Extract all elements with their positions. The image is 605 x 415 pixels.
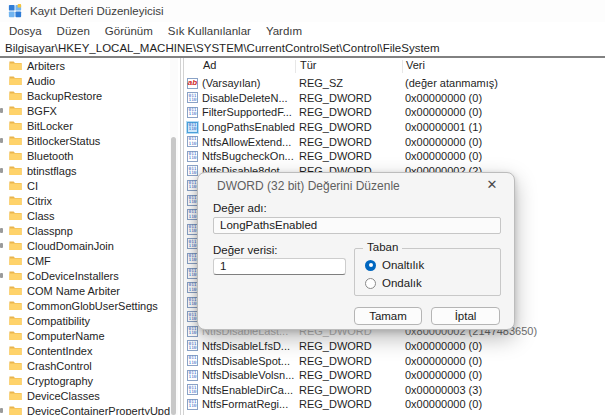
value-type: REG_DWORD xyxy=(299,150,405,162)
registry-value-row[interactable]: NtfsAllowExtend... REG_DWORD 0x00000000 … xyxy=(186,134,605,149)
value-type: REG_DWORD xyxy=(299,369,405,381)
value-data-input[interactable]: 1 xyxy=(213,258,346,275)
value-data: 0x00000001 (1) xyxy=(405,121,605,133)
tree-item[interactable]: BackupRestore xyxy=(0,88,170,103)
registry-value-row[interactable]: DisableDeleteN... REG_DWORD 0x00000000 (… xyxy=(186,91,605,106)
value-name: NtfsDisableSpot... xyxy=(202,355,299,367)
value-type: REG_DWORD xyxy=(299,340,405,352)
registry-value-row[interactable]: NtfsEnableDirCa... REG_DWORD 0x00000003 … xyxy=(186,382,605,397)
radio-dec-label: Ondalık xyxy=(382,277,422,289)
tree-item[interactable]: btinstflags xyxy=(0,163,170,178)
menu-item[interactable]: Düzen xyxy=(57,25,90,37)
chevron-right-icon[interactable] xyxy=(0,273,3,278)
chevron-right-icon[interactable] xyxy=(0,228,3,233)
tree-item[interactable]: CI xyxy=(0,178,170,193)
value-data: 0x00000000 (0) xyxy=(405,150,605,162)
reg-sz-icon xyxy=(187,78,198,89)
chevron-right-icon[interactable] xyxy=(0,138,3,143)
tree-item-label: ComputerName xyxy=(27,330,105,342)
tree-item[interactable]: Bluetooth xyxy=(0,148,170,163)
tree-item[interactable]: CoDeviceInstallers xyxy=(0,268,170,283)
tree-item[interactable]: Arbiters xyxy=(0,58,170,73)
chevron-right-icon[interactable] xyxy=(0,408,3,413)
folder-icon xyxy=(9,405,22,415)
tree-item[interactable]: Class xyxy=(0,208,170,223)
menu-item[interactable]: Sık Kullanılanlar xyxy=(168,25,251,37)
registry-value-row[interactable]: NtfsDisableLfsD... REG_DWORD 0x00000000 … xyxy=(186,339,605,354)
address-bar[interactable]: Bilgisayar\HKEY_LOCAL_MACHINE\SYSTEM\Cur… xyxy=(0,40,605,58)
radio-hexadecimal[interactable]: Onaltılık xyxy=(365,259,424,271)
tree-scrollbar[interactable] xyxy=(170,58,178,415)
tree-item[interactable]: CMF xyxy=(0,253,170,268)
value-type: REG_DWORD xyxy=(299,355,405,367)
registry-app-icon xyxy=(8,4,22,18)
list-header: Ad Tür Veri xyxy=(186,58,605,76)
chevron-right-icon[interactable] xyxy=(0,108,3,113)
value-type: REG_DWORD xyxy=(299,106,405,118)
registry-value-row[interactable]: FilterSupportedF... REG_DWORD 0x00000000… xyxy=(186,105,605,120)
close-icon[interactable]: ✕ xyxy=(483,177,501,193)
tree-item[interactable]: Citrix xyxy=(0,193,170,208)
column-separator[interactable] xyxy=(295,60,296,73)
tree-item[interactable]: CommonGlobUserSettings xyxy=(0,298,170,313)
tree-item[interactable]: Cryptography xyxy=(0,373,170,388)
tree-item[interactable]: CrashControl xyxy=(0,358,170,373)
folder-icon xyxy=(9,60,22,71)
column-header-name[interactable]: Ad xyxy=(203,59,216,71)
column-header-data[interactable]: Veri xyxy=(406,59,425,71)
panel-splitter[interactable] xyxy=(180,58,181,415)
chevron-right-icon[interactable] xyxy=(0,168,3,173)
tree-item[interactable]: Classpnp xyxy=(0,223,170,238)
column-separator[interactable] xyxy=(402,60,403,73)
tree-item[interactable]: Audio xyxy=(0,73,170,88)
tree-item[interactable]: ContentIndex xyxy=(0,343,170,358)
reg-dword-icon xyxy=(187,92,198,103)
registry-value-row[interactable]: (Varsayılan) REG_SZ (değer atanmamış) xyxy=(186,76,605,91)
reg-dword-icon xyxy=(187,370,198,381)
menu-bar: Dosya Düzen Görünüm Sık Kullanılanlar Ya… xyxy=(0,22,605,40)
tree-item[interactable]: ComputerName xyxy=(0,328,170,343)
tree-item[interactable]: DeviceContainerPropertyUpdate xyxy=(0,403,170,415)
tree-item[interactable]: BitLocker xyxy=(0,118,170,133)
column-header-type[interactable]: Tür xyxy=(300,59,317,71)
scrollbar-thumb[interactable] xyxy=(171,137,176,415)
tree-item[interactable]: Compatibility xyxy=(0,313,170,328)
cancel-button[interactable]: İptal xyxy=(431,307,500,325)
registry-value-row[interactable]: NtfsBugcheckOn... REG_DWORD 0x00000000 (… xyxy=(186,149,605,164)
registry-value-row[interactable]: NtfsDisableSpot... REG_DWORD 0x00000000 … xyxy=(186,353,605,368)
tree-item-label: BGFX xyxy=(27,105,57,117)
registry-value-row[interactable]: NtfsFormatRegi... REG_DWORD 0x00000000 (… xyxy=(186,397,605,412)
tree-item-label: btinstflags xyxy=(27,165,77,177)
menu-item[interactable]: Yardım xyxy=(266,25,302,37)
folder-icon xyxy=(9,75,22,86)
tree-item-label: Arbiters xyxy=(27,60,65,72)
ok-button[interactable]: Tamam xyxy=(354,307,422,325)
registry-value-row[interactable]: LongPathsEnabled REG_DWORD 0x00000001 (1… xyxy=(186,120,605,135)
value-type: REG_DWORD xyxy=(299,92,405,104)
tree-item[interactable]: BitlockerStatus xyxy=(0,133,170,148)
tree-item-label: CrashControl xyxy=(27,360,92,372)
radio-selected-icon[interactable] xyxy=(365,260,376,271)
value-name: NtfsEnableDirCa... xyxy=(202,384,299,396)
folder-icon xyxy=(9,135,22,146)
registry-value-row[interactable]: NtfsDisableVolsn... REG_DWORD 0x00000000… xyxy=(186,368,605,383)
menu-item[interactable]: Görünüm xyxy=(105,25,153,37)
menu-item[interactable]: Dosya xyxy=(9,25,42,37)
reg-dword-icon xyxy=(187,384,198,395)
value-name-field[interactable]: LongPathsEnabled xyxy=(213,217,501,234)
value-data: 0x00000000 (0) xyxy=(405,340,605,352)
value-data-label: Değer verisi: xyxy=(213,244,278,256)
chevron-right-icon[interactable] xyxy=(0,243,3,248)
tree-item[interactable]: DeviceClasses xyxy=(0,388,170,403)
tree-item-label: Classpnp xyxy=(27,225,73,237)
radio-decimal[interactable]: Ondalık xyxy=(365,277,422,289)
tree-item[interactable]: BGFX xyxy=(0,103,170,118)
value-name: DisableDeleteN... xyxy=(202,92,299,104)
tree-item[interactable]: CloudDomainJoin xyxy=(0,238,170,253)
tree-item[interactable]: COM Name Arbiter xyxy=(0,283,170,298)
folder-icon xyxy=(9,150,22,161)
reg-dword-icon xyxy=(187,136,198,147)
radio-unselected-icon[interactable] xyxy=(365,278,376,289)
reg-dword-icon xyxy=(187,165,198,176)
value-data: 0x00000000 (0) xyxy=(405,136,605,148)
